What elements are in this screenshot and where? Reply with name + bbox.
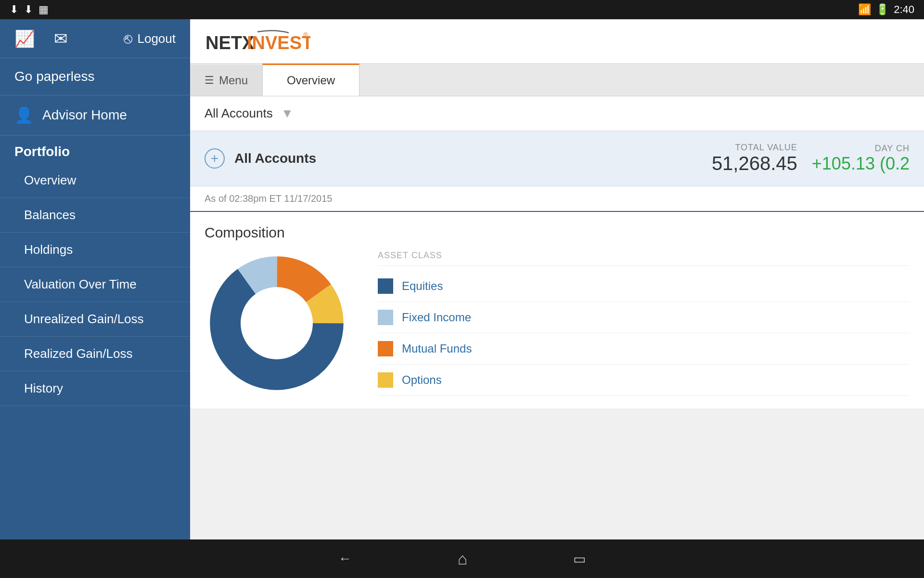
- mail-icon[interactable]: ✉: [54, 29, 67, 48]
- content-area: All Accounts ▼ + All Accounts TOTAL VALU…: [190, 96, 924, 539]
- fixed-income-swatch: [378, 310, 393, 325]
- wifi-icon: 📶: [858, 3, 871, 16]
- sidebar-top-actions: 📈 ✉ ⎋ Logout: [0, 19, 190, 58]
- legend-item-fixed-income[interactable]: Fixed Income: [378, 302, 910, 333]
- account-name-label: All Accounts: [234, 151, 712, 166]
- barcode-icon: ▦: [38, 3, 49, 16]
- accounts-dropdown-bar[interactable]: All Accounts ▼: [190, 96, 924, 131]
- equities-swatch: [378, 278, 393, 294]
- logout-button[interactable]: ⎋ Logout: [124, 30, 176, 47]
- svg-text:®: ®: [303, 31, 308, 39]
- go-paperless-button[interactable]: Go paperless: [0, 58, 190, 95]
- legend-item-mutual-funds[interactable]: Mutual Funds: [378, 333, 910, 365]
- app-header: NETX INVESTOR ®: [190, 19, 924, 64]
- day-change-label: DAY CH: [812, 144, 910, 154]
- nav-item-holdings[interactable]: Holdings: [0, 233, 190, 267]
- chart-icon[interactable]: 📈: [14, 29, 35, 48]
- download-icon: ⬇: [10, 3, 18, 16]
- tab-bar: ☰ Menu Overview: [190, 64, 924, 96]
- svg-point-7: [241, 287, 313, 359]
- nav-item-realized[interactable]: Realized Gain/Loss: [0, 337, 190, 371]
- account-row: + All Accounts TOTAL VALUE 51,268.45 DAY…: [190, 131, 924, 186]
- go-paperless-label: Go paperless: [14, 69, 95, 84]
- composition-body: ASSET CLASS Equities Fixed Income Mutual…: [205, 250, 910, 396]
- tab-overview[interactable]: Overview: [262, 64, 359, 96]
- sidebar: 📈 ✉ ⎋ Logout Go paperless 👤 Advisor Home…: [0, 19, 190, 539]
- fixed-income-label: Fixed Income: [402, 311, 471, 324]
- total-value-section: TOTAL VALUE 51,268.45: [712, 143, 797, 174]
- expand-account-button[interactable]: +: [205, 148, 225, 169]
- menu-button[interactable]: ☰ Menu: [190, 65, 262, 96]
- as-of-timestamp: As of 02:38pm ET 11/17/2015: [190, 186, 924, 211]
- legend-header: ASSET CLASS: [378, 250, 910, 266]
- chevron-down-icon: ▼: [281, 106, 294, 120]
- nav-item-history-label: History: [24, 381, 63, 395]
- svg-text:INVESTOR: INVESTOR: [247, 33, 310, 53]
- nav-item-overview[interactable]: Overview: [0, 163, 190, 198]
- advisor-home-label: Advisor Home: [42, 107, 127, 123]
- nav-item-realized-label: Realized Gain/Loss: [24, 346, 132, 361]
- total-value-number: 51,268.45: [712, 153, 797, 174]
- status-bar: ⬇ ⬇ ▦ 📶 🔋 2:40: [0, 0, 924, 19]
- nav-item-balances-label: Balances: [24, 208, 76, 222]
- total-value-label: TOTAL VALUE: [712, 143, 797, 153]
- nav-item-balances[interactable]: Balances: [0, 198, 190, 233]
- main-container: 📈 ✉ ⎋ Logout Go paperless 👤 Advisor Home…: [0, 19, 924, 539]
- options-swatch: [378, 372, 393, 388]
- advisor-home-button[interactable]: 👤 Advisor Home: [0, 95, 190, 135]
- back-button[interactable]: ←: [338, 551, 352, 566]
- nav-item-history[interactable]: History: [0, 371, 190, 406]
- nav-item-overview-label: Overview: [24, 173, 76, 187]
- status-bar-left-icons: ⬇ ⬇ ▦: [10, 3, 49, 16]
- main-content: NETX INVESTOR ® ☰ Menu Overview All Acco…: [190, 19, 924, 539]
- nav-item-holdings-label: Holdings: [24, 242, 73, 257]
- nav-item-unrealized-label: Unrealized Gain/Loss: [24, 312, 144, 326]
- portfolio-section-header: Portfolio: [0, 135, 190, 163]
- composition-section: Composition ASSET CLASS: [190, 212, 924, 408]
- app-logo: NETX INVESTOR ®: [205, 28, 310, 54]
- download2-icon: ⬇: [24, 3, 33, 16]
- nav-item-valuation-label: Valuation Over Time: [24, 277, 137, 291]
- logo-svg: NETX INVESTOR ®: [205, 28, 310, 54]
- as-of-label: As of 02:38pm ET 11/17/2015: [205, 193, 332, 204]
- day-change-section: DAY CH +105.13 (0.2: [812, 144, 910, 174]
- advisor-person-icon: 👤: [14, 106, 34, 124]
- nav-item-valuation[interactable]: Valuation Over Time: [0, 267, 190, 302]
- day-change-value: +105.13 (0.2: [812, 154, 910, 174]
- composition-legend: ASSET CLASS Equities Fixed Income Mutual…: [378, 250, 910, 396]
- recents-button[interactable]: ▭: [573, 551, 586, 567]
- accounts-dropdown-label: All Accounts: [205, 106, 273, 120]
- equities-label: Equities: [402, 279, 443, 293]
- hamburger-icon: ☰: [205, 74, 214, 87]
- logout-label: Logout: [137, 31, 176, 46]
- legend-item-options[interactable]: Options: [378, 365, 910, 396]
- options-label: Options: [402, 373, 442, 387]
- clock: 2:40: [894, 3, 914, 16]
- plus-icon: +: [211, 151, 218, 166]
- mutual-funds-swatch: [378, 341, 393, 356]
- battery-icon: 🔋: [876, 3, 889, 16]
- tab-overview-label: Overview: [287, 74, 335, 87]
- logout-icon: ⎋: [124, 30, 132, 47]
- nav-item-unrealized[interactable]: Unrealized Gain/Loss: [0, 302, 190, 337]
- menu-label: Menu: [219, 74, 248, 87]
- bottom-nav-bar: ← ⌂ ▭: [0, 539, 924, 578]
- portfolio-label: Portfolio: [14, 144, 70, 159]
- legend-item-equities[interactable]: Equities: [378, 271, 910, 302]
- donut-chart: [205, 251, 349, 395]
- composition-title: Composition: [205, 224, 910, 241]
- status-bar-right: 📶 🔋 2:40: [858, 3, 914, 16]
- mutual-funds-label: Mutual Funds: [402, 342, 472, 355]
- home-button[interactable]: ⌂: [458, 550, 468, 568]
